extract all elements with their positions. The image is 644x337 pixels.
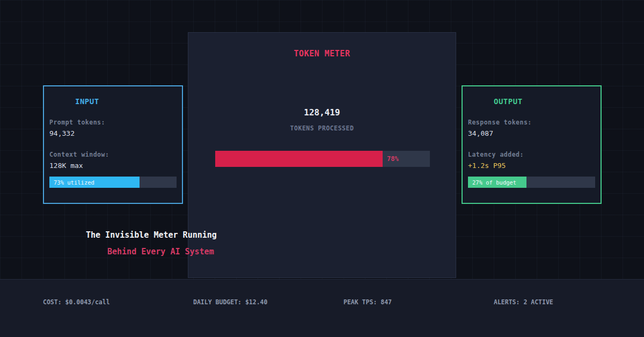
output-panel-title: OUTPUT <box>494 97 523 106</box>
peak-tps-stat: PEAK TPS: 847 <box>343 298 392 306</box>
tokens-progress-percent: 78% <box>387 155 399 163</box>
context-window-value: 128K max <box>49 162 83 170</box>
output-panel: OUTPUT Response tokens: 34,087 Latency a… <box>462 85 602 204</box>
budget-usage-bar: 27% of budget <box>468 177 595 188</box>
cost-stat: COST: $0.0043/call <box>43 298 110 306</box>
context-window-label: Context window: <box>49 151 109 158</box>
latency-added-value: +1.2s P95 <box>468 162 506 170</box>
budget-usage-fill: 27% of budget <box>468 177 526 188</box>
panel-title: TOKEN METER <box>188 49 456 58</box>
response-tokens-value: 34,087 <box>468 129 493 137</box>
token-meter-panel: TOKEN METER 128,419 TOKENS PROCESSED 78% <box>188 32 456 278</box>
response-tokens-label: Response tokens: <box>468 119 532 126</box>
token-meter-dashboard: TOKEN METER 128,419 TOKENS PROCESSED 78%… <box>0 0 644 337</box>
tagline-line1: The Invisible Meter Running <box>86 230 217 240</box>
latency-added-label: Latency added: <box>468 151 524 158</box>
input-panel-title: INPUT <box>75 97 99 106</box>
prompt-tokens-value: 94,332 <box>49 129 75 137</box>
context-utilization-bar: 73% utilized <box>49 177 177 188</box>
tokens-progress-bar: 78% <box>215 151 430 167</box>
context-utilization-label: 73% utilized <box>54 179 94 186</box>
daily-budget-stat: DAILY BUDGET: $12.40 <box>193 298 267 306</box>
input-panel: INPUT Prompt tokens: 94,332 Context wind… <box>43 85 183 204</box>
tokens-processed-label: TOKENS PROCESSED <box>188 124 456 132</box>
tagline-line2: Behind Every AI System <box>107 247 214 257</box>
tokens-progress-fill: 78% <box>215 151 383 167</box>
footer-stats-bar: COST: $0.0043/call DAILY BUDGET: $12.40 … <box>0 279 644 337</box>
tokens-processed-count: 128,419 <box>188 107 456 118</box>
alerts-stat: ALERTS: 2 ACTIVE <box>494 298 553 306</box>
budget-usage-label: 27% of budget <box>472 179 516 186</box>
context-utilization-fill: 73% utilized <box>49 177 140 188</box>
prompt-tokens-label: Prompt tokens: <box>49 119 105 126</box>
